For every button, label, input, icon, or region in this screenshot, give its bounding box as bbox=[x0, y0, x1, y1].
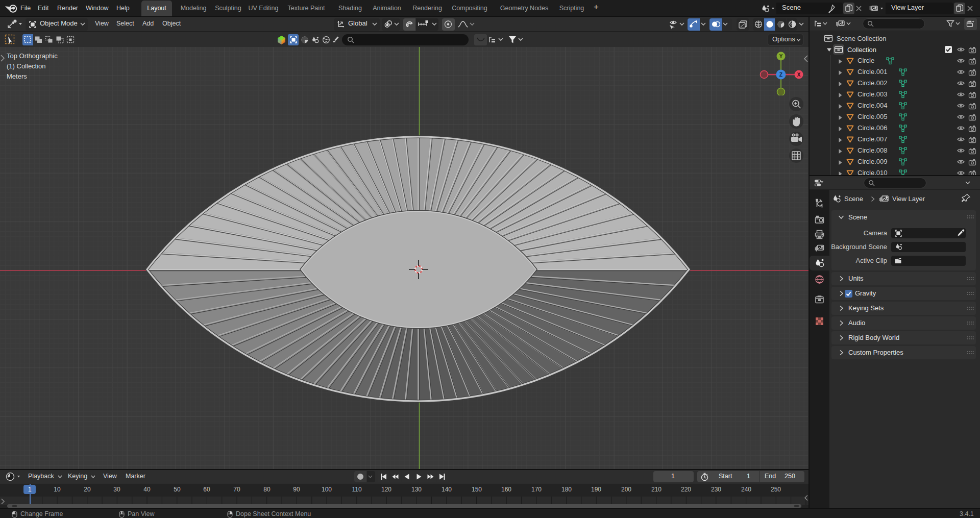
svg-text:Z: Z bbox=[779, 71, 783, 78]
svg-text:X: X bbox=[797, 72, 801, 78]
svg-text:Y: Y bbox=[779, 54, 783, 59]
